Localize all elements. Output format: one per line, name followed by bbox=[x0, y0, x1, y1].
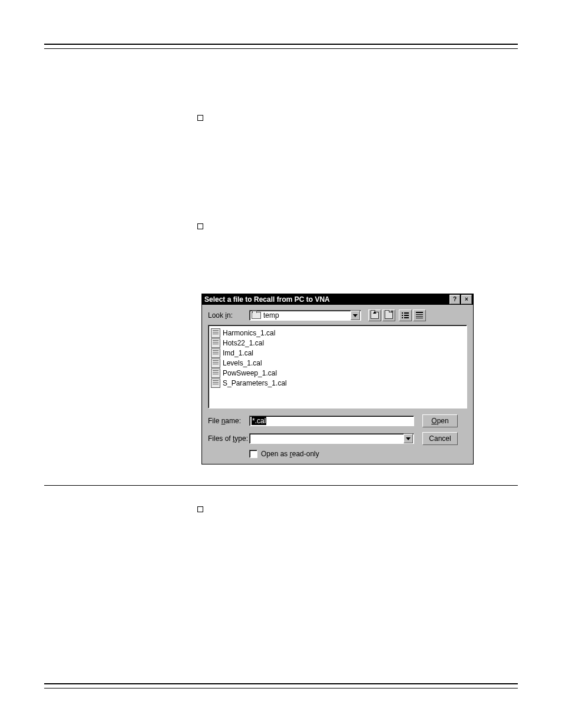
dialog-title: Select a file to Recall from PC to VNA bbox=[204, 295, 448, 304]
file-icon bbox=[211, 358, 220, 368]
up-one-level-icon bbox=[371, 312, 379, 319]
read-only-checkbox[interactable] bbox=[249, 450, 257, 458]
up-one-level-button[interactable] bbox=[368, 309, 381, 321]
close-button[interactable]: × bbox=[461, 295, 472, 304]
list-item[interactable]: Hots22_1.cal bbox=[211, 338, 464, 348]
file-icon bbox=[211, 328, 220, 338]
new-folder-icon bbox=[385, 312, 393, 319]
bullet-icon bbox=[197, 223, 203, 229]
cancel-button[interactable]: Cancel bbox=[422, 432, 458, 445]
file-name-input[interactable]: *.cal bbox=[249, 416, 414, 426]
file-icon bbox=[211, 378, 220, 388]
cancel-label: Cancel bbox=[429, 434, 451, 443]
help-button[interactable]: ? bbox=[449, 295, 460, 304]
files-of-type-label: Files of type: bbox=[208, 434, 249, 443]
list-item[interactable]: PowSweep_1.cal bbox=[211, 368, 464, 378]
file-open-dialog: Select a file to Recall from PC to VNA ?… bbox=[201, 294, 474, 465]
list-item[interactable]: S_Parameters_1.cal bbox=[211, 378, 464, 388]
look-in-value: temp bbox=[263, 311, 279, 319]
file-name: S_Parameters_1.cal bbox=[223, 379, 287, 387]
bullet-icon bbox=[197, 115, 203, 121]
list-view-button[interactable] bbox=[399, 309, 412, 321]
file-icon bbox=[211, 338, 220, 348]
file-name-value: *.cal bbox=[252, 417, 266, 425]
details-view-icon bbox=[416, 312, 423, 319]
file-icon bbox=[211, 368, 220, 378]
file-icon bbox=[211, 348, 220, 358]
list-item[interactable]: Imd_1.cal bbox=[211, 348, 464, 358]
create-new-folder-button[interactable] bbox=[382, 309, 395, 321]
dialog-titlebar[interactable]: Select a file to Recall from PC to VNA ?… bbox=[202, 294, 473, 305]
file-name-label: File name: bbox=[208, 417, 249, 425]
list-item[interactable]: Levels_1.cal bbox=[211, 358, 464, 368]
dropdown-arrow-icon[interactable] bbox=[404, 434, 413, 443]
dropdown-arrow-icon[interactable] bbox=[351, 311, 360, 320]
list-view-icon bbox=[402, 312, 409, 319]
file-name: Harmonics_1.cal bbox=[223, 329, 275, 337]
files-of-type-select[interactable] bbox=[249, 433, 414, 444]
file-name: Levels_1.cal bbox=[223, 359, 262, 367]
folder-icon bbox=[252, 312, 261, 319]
look-in-select[interactable]: temp bbox=[249, 310, 361, 321]
list-item[interactable]: Harmonics_1.cal bbox=[211, 328, 464, 338]
file-list[interactable]: Harmonics_1.cal Hots22_1.cal Imd_1.cal L… bbox=[208, 325, 467, 409]
look-in-label: Look in: bbox=[208, 311, 249, 319]
read-only-label: Open as read-only bbox=[261, 450, 319, 458]
close-icon: × bbox=[465, 297, 468, 302]
bullet-icon bbox=[197, 506, 203, 512]
file-name: Imd_1.cal bbox=[223, 349, 253, 357]
file-name: Hots22_1.cal bbox=[223, 339, 264, 347]
help-icon: ? bbox=[453, 297, 457, 302]
file-name: PowSweep_1.cal bbox=[223, 369, 277, 377]
details-view-button[interactable] bbox=[413, 309, 426, 321]
open-button[interactable]: Open bbox=[422, 414, 458, 427]
